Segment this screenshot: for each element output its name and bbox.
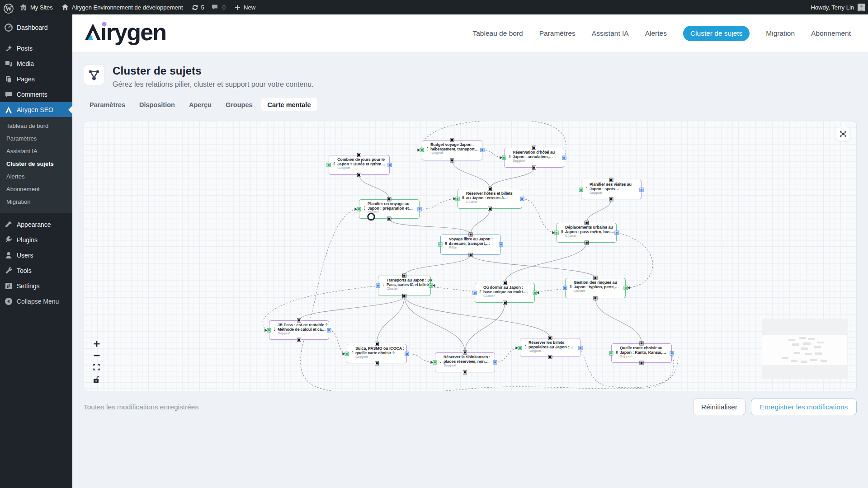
svg-text:ırygen: ırygen xyxy=(100,19,166,45)
svg-text:W: W xyxy=(5,5,12,12)
